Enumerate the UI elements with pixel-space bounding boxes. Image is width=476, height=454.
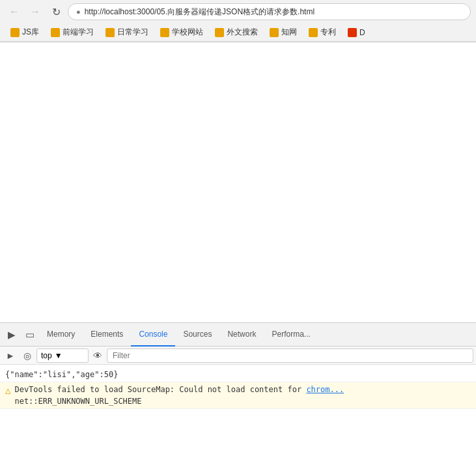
url-text: http://localhost:3000/05.向服务器端传递JSON格式的请… [85,7,315,18]
bookmark-foreign[interactable]: 外文搜索 [210,25,263,39]
clear-console-button[interactable]: ► [3,348,18,363]
tab-sources[interactable]: Sources [175,323,219,347]
bookmark-label: 外文搜索 [227,27,258,38]
bookmark-folder-icon [51,28,60,37]
warning-icon: △ [5,384,10,396]
console-toolbar: ► ◎ top ▼ 👁 [0,347,476,365]
bookmark-label: 前端学习 [63,27,94,38]
chevron-down-icon: ▼ [55,351,63,360]
bookmark-label: 日常学习 [117,27,148,38]
forward-button[interactable]: → [26,3,44,21]
devtools-responsive-icon[interactable]: ▭ [21,326,39,344]
page-content [0,42,476,322]
bookmark-label: JS库 [22,27,39,38]
bookmark-js[interactable]: JS库 [5,25,44,39]
nav-bar: ← → ↻ ● http://localhost:3000/05.向服务器端传递… [0,0,476,23]
bookmarks-bar: JS库 前端学习 日常学习 学校网站 外文搜索 知网 专利 D [0,23,476,42]
bookmark-label: 知网 [281,27,297,38]
tab-elements[interactable]: Elements [83,323,131,347]
tab-network[interactable]: Network [219,323,264,347]
bookmark-d[interactable]: D [343,27,371,38]
stop-log-button[interactable]: ◎ [20,348,35,363]
bookmark-label: 学校网站 [172,27,203,38]
devtools-cursor-icon[interactable]: ▶ [3,326,21,344]
bookmark-zhiwang[interactable]: 知网 [264,25,302,39]
tab-console[interactable]: Console [131,323,175,347]
bookmark-daily[interactable]: 日常学习 [100,25,154,39]
console-output: {"name":"lisi","age":50} △ DevTools fail… [0,365,476,454]
bookmark-patent[interactable]: 专利 [303,25,341,39]
context-selector[interactable]: top ▼ [36,348,89,363]
error-message: DevTools failed to load SourceMap: Could… [14,384,344,407]
bookmark-folder-icon [160,28,169,37]
lock-icon: ● [76,8,81,16]
console-filter-input[interactable] [107,348,473,363]
reload-button[interactable]: ↻ [47,3,65,21]
context-label: top [41,351,52,360]
console-json-line: {"name":"lisi","age":50} [0,367,476,382]
bookmark-label: D [359,28,365,37]
bookmark-frontend[interactable]: 前端学习 [46,25,99,39]
devtools-panel: ▶ ▭ Memory Elements Console Sources Netw… [0,322,476,454]
bookmark-folder-icon [270,28,279,37]
bookmark-folder-icon [309,28,318,37]
error-link[interactable]: chrom... [306,385,344,394]
tab-performance[interactable]: Performa... [264,323,318,347]
bookmark-folder-icon [105,28,115,37]
address-bar[interactable]: ● http://localhost:3000/05.向服务器端传递JSON格式… [68,3,471,20]
bookmark-folder-red-icon [348,28,357,37]
bookmark-folder-icon [215,28,224,37]
devtools-tabs-bar: ▶ ▭ Memory Elements Console Sources Netw… [0,323,476,347]
eye-icon-button[interactable]: 👁 [90,348,105,363]
tab-memory[interactable]: Memory [39,323,83,347]
bookmark-school[interactable]: 学校网站 [155,25,208,39]
browser-chrome: ← → ↻ ● http://localhost:3000/05.向服务器端传递… [0,0,476,42]
console-error-line: △ DevTools failed to load SourceMap: Cou… [0,382,476,409]
bookmark-label: 专利 [320,27,336,38]
back-button[interactable]: ← [5,3,23,21]
bookmark-folder-icon [10,28,20,37]
